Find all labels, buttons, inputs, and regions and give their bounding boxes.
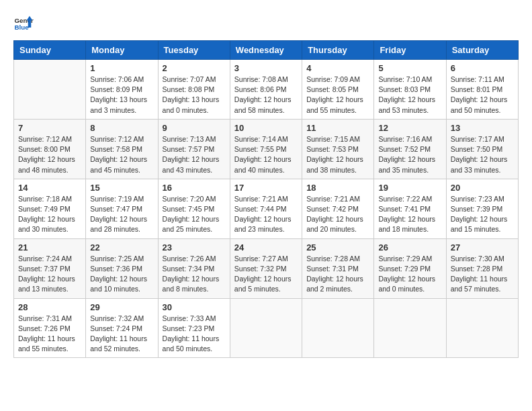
calendar-cell: 30Sunrise: 7:33 AMSunset: 7:23 PMDayligh… (158, 298, 230, 358)
day-info-line: Sunset: 8:05 PM (306, 85, 359, 93)
day-info: Sunrise: 7:28 AMSunset: 7:31 PMDaylight:… (306, 254, 369, 295)
day-info-line: and 43 minutes. (163, 166, 213, 174)
day-info-line: Sunset: 7:23 PM (163, 324, 215, 332)
calendar-cell: 29Sunrise: 7:32 AMSunset: 7:24 PMDayligh… (86, 298, 158, 358)
header-friday: Friday (374, 41, 446, 60)
calendar-cell: 12Sunrise: 7:16 AMSunset: 7:52 PMDayligh… (374, 119, 446, 179)
day-info-line: Sunrise: 7:09 AM (306, 75, 360, 83)
day-info: Sunrise: 7:21 AMSunset: 7:44 PMDaylight:… (234, 194, 298, 235)
day-info-line: and 15 minutes. (451, 225, 501, 233)
day-info-line: Sunrise: 7:19 AM (90, 195, 144, 203)
day-number: 1 (90, 63, 153, 73)
day-info-line: Daylight: 12 hours (306, 275, 363, 283)
day-number: 21 (18, 242, 81, 253)
day-info: Sunrise: 7:32 AMSunset: 7:24 PMDaylight:… (90, 314, 153, 355)
calendar-cell (302, 298, 374, 358)
day-info-line: and 52 minutes. (90, 345, 140, 353)
day-info-line: Daylight: 12 hours (306, 215, 363, 223)
calendar-cell: 1Sunrise: 7:06 AMSunset: 8:09 PMDaylight… (86, 60, 158, 120)
day-info-line: and 8 minutes. (163, 285, 209, 293)
day-info-line: and 55 minutes. (306, 106, 357, 114)
day-info-line: Sunset: 7:53 PM (306, 145, 359, 153)
day-info-line: Sunrise: 7:29 AM (378, 255, 432, 263)
day-info: Sunrise: 7:31 AMSunset: 7:26 PMDaylight:… (18, 314, 81, 355)
day-info-line: Sunset: 7:42 PM (306, 205, 359, 213)
day-info: Sunrise: 7:26 AMSunset: 7:34 PMDaylight:… (163, 254, 226, 295)
day-number: 19 (378, 183, 441, 193)
day-info: Sunrise: 7:21 AMSunset: 7:42 PMDaylight:… (306, 194, 369, 235)
day-info-line: Sunrise: 7:20 AM (163, 195, 216, 203)
day-info-line: Sunrise: 7:11 AM (451, 75, 504, 83)
day-info-line: Daylight: 12 hours (234, 215, 292, 223)
day-info-line: Sunrise: 7:16 AM (378, 135, 432, 143)
day-number: 2 (163, 63, 226, 73)
day-info-line: Sunrise: 7:26 AM (163, 255, 216, 263)
day-info-line: Sunset: 7:28 PM (451, 265, 503, 273)
day-info-line: Sunrise: 7:30 AM (451, 255, 504, 263)
day-info-line: and 58 minutes. (234, 106, 285, 114)
day-info-line: Sunrise: 7:21 AM (306, 195, 360, 203)
day-info: Sunrise: 7:24 AMSunset: 7:37 PMDaylight:… (18, 254, 81, 295)
day-number: 26 (378, 242, 441, 253)
day-info-line: Daylight: 12 hours (378, 215, 435, 223)
day-number: 27 (451, 242, 514, 253)
day-info-line: Sunset: 7:29 PM (378, 265, 431, 273)
day-info-line: Sunrise: 7:23 AM (451, 195, 504, 203)
day-info: Sunrise: 7:29 AMSunset: 7:29 PMDaylight:… (378, 254, 441, 295)
day-info: Sunrise: 7:09 AMSunset: 8:05 PMDaylight:… (306, 75, 369, 116)
calendar-cell: 25Sunrise: 7:28 AMSunset: 7:31 PMDayligh… (302, 238, 374, 298)
day-number: 15 (90, 183, 153, 193)
day-info-line: Daylight: 11 hours (451, 275, 508, 283)
day-info-line: and 5 minutes. (234, 285, 281, 293)
day-info-line: and 23 minutes. (234, 225, 285, 233)
day-info-line: Sunrise: 7:25 AM (90, 255, 144, 263)
day-info-line: and 2 minutes. (306, 285, 353, 293)
header-wednesday: Wednesday (230, 41, 302, 60)
day-info-line: Daylight: 11 hours (163, 334, 220, 342)
day-info: Sunrise: 7:15 AMSunset: 7:53 PMDaylight:… (306, 134, 369, 175)
day-info: Sunrise: 7:25 AMSunset: 7:36 PMDaylight:… (90, 254, 153, 295)
day-info-line: Daylight: 13 hours (90, 95, 147, 103)
day-info-line: Daylight: 12 hours (90, 155, 147, 163)
day-info-line: Sunrise: 7:18 AM (18, 195, 72, 203)
calendar-cell: 5Sunrise: 7:10 AMSunset: 8:03 PMDaylight… (374, 60, 446, 120)
day-info-line: and 40 minutes. (234, 166, 285, 174)
svg-text:Blue: Blue (15, 24, 30, 31)
day-info-line: Daylight: 12 hours (378, 275, 435, 283)
day-info: Sunrise: 7:30 AMSunset: 7:28 PMDaylight:… (451, 254, 514, 295)
day-info-line: Sunset: 7:52 PM (378, 145, 431, 153)
day-info: Sunrise: 7:12 AMSunset: 8:00 PMDaylight:… (18, 134, 81, 175)
day-info-line: and 33 minutes. (451, 166, 501, 174)
day-info-line: Sunset: 7:32 PM (234, 265, 287, 273)
calendar-cell: 26Sunrise: 7:29 AMSunset: 7:29 PMDayligh… (374, 238, 446, 298)
day-info-line: Sunrise: 7:33 AM (163, 314, 216, 322)
day-info-line: Sunset: 8:03 PM (378, 85, 431, 93)
header-monday: Monday (86, 41, 158, 60)
day-info-line: and 38 minutes. (306, 166, 357, 174)
day-info: Sunrise: 7:17 AMSunset: 7:50 PMDaylight:… (451, 134, 514, 175)
day-info-line: Sunset: 7:41 PM (378, 205, 431, 213)
day-info-line: Daylight: 12 hours (18, 275, 75, 283)
day-info: Sunrise: 7:12 AMSunset: 7:58 PMDaylight:… (90, 134, 153, 175)
day-info-line: and 10 minutes. (90, 285, 140, 293)
day-number: 7 (18, 123, 81, 133)
calendar-cell: 23Sunrise: 7:26 AMSunset: 7:34 PMDayligh… (158, 238, 230, 298)
calendar-cell: 10Sunrise: 7:14 AMSunset: 7:55 PMDayligh… (230, 119, 302, 179)
day-info-line: Sunset: 7:47 PM (90, 205, 142, 213)
day-info: Sunrise: 7:16 AMSunset: 7:52 PMDaylight:… (378, 134, 441, 175)
day-info: Sunrise: 7:10 AMSunset: 8:03 PMDaylight:… (378, 75, 441, 116)
calendar-cell: 15Sunrise: 7:19 AMSunset: 7:47 PMDayligh… (86, 179, 158, 238)
calendar-cell: 27Sunrise: 7:30 AMSunset: 7:28 PMDayligh… (446, 238, 518, 298)
calendar-cell: 19Sunrise: 7:22 AMSunset: 7:41 PMDayligh… (374, 179, 446, 238)
logo-icon: General Blue (13, 13, 34, 34)
day-info-line: Daylight: 12 hours (90, 275, 147, 283)
day-number: 28 (18, 302, 81, 312)
logo: General Blue (13, 13, 34, 34)
calendar-cell: 22Sunrise: 7:25 AMSunset: 7:36 PMDayligh… (86, 238, 158, 298)
day-number: 4 (306, 63, 369, 73)
calendar-cell (446, 298, 518, 358)
day-info-line: and 50 minutes. (163, 345, 213, 353)
day-info-line: and 45 minutes. (90, 166, 140, 174)
day-info-line: Sunset: 7:24 PM (90, 324, 142, 332)
calendar-cell: 18Sunrise: 7:21 AMSunset: 7:42 PMDayligh… (302, 179, 374, 238)
